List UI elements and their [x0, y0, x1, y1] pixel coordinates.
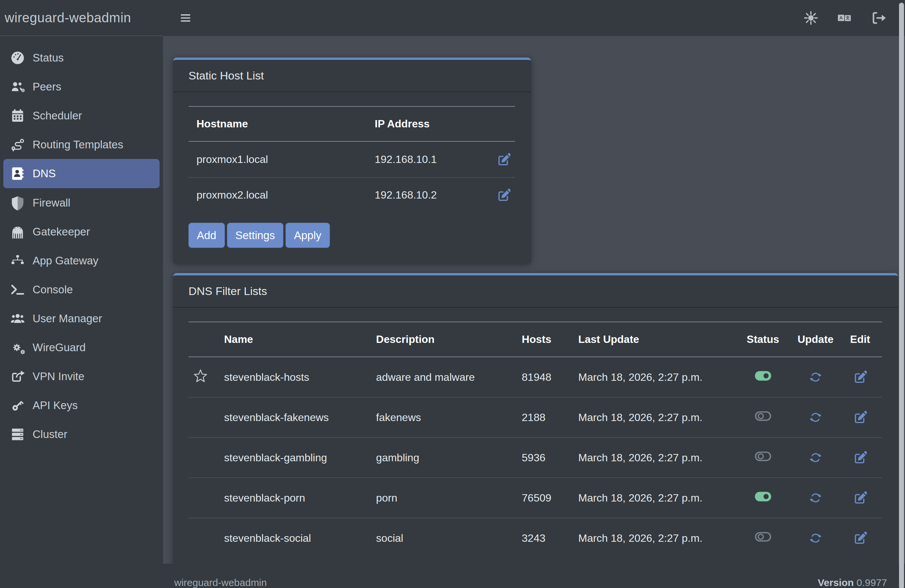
version-value: 0.9977 — [856, 577, 887, 588]
sign-out-icon — [871, 10, 886, 25]
refresh-icon — [809, 370, 822, 384]
sidebar-item-label: WireGuard — [33, 341, 86, 354]
language-button[interactable]: A文 — [837, 10, 853, 25]
sidebar-item-label: Gatekeeper — [33, 226, 90, 238]
update-list-button[interactable] — [809, 491, 822, 505]
host-ip: 192.168.10.2 — [370, 177, 488, 213]
edit-list-button[interactable] — [853, 451, 867, 464]
hamburger-icon — [179, 11, 192, 25]
star-column-header — [189, 322, 219, 357]
sidebar-item-routing-templates[interactable]: Routing Templates — [0, 130, 163, 159]
theme-toggle-button[interactable] — [803, 10, 819, 25]
gauge-icon — [10, 50, 25, 65]
status-toggle-on[interactable] — [754, 489, 772, 504]
svg-text:文: 文 — [845, 16, 850, 20]
topbar-actions: A文 — [803, 10, 905, 25]
vertical-scrollbar-thumb[interactable] — [899, 3, 904, 588]
edit-list-button[interactable] — [853, 370, 867, 384]
sidebar-item-label: Cluster — [33, 428, 67, 441]
update-list-button[interactable] — [809, 411, 822, 424]
filter-hosts-count: 2188 — [517, 397, 573, 438]
menu-toggle-button[interactable] — [179, 11, 192, 25]
edit-host-button[interactable] — [497, 189, 510, 202]
description-column-header: Description — [372, 322, 517, 357]
filter-name: stevenblack-hosts — [219, 357, 372, 397]
host-row: proxmox2.local 192.168.10.2 — [189, 177, 515, 213]
edit-list-button[interactable] — [853, 411, 867, 424]
filter-description: fakenews — [372, 397, 517, 438]
sidebar-item-dns[interactable]: DNS — [3, 159, 160, 188]
sidebar-item-vpn-invite[interactable]: VPN Invite — [0, 362, 163, 391]
dns-filter-lists-title: DNS Filter Lists — [173, 275, 898, 308]
edit-host-button[interactable] — [497, 153, 510, 166]
sidebar-item-label: API Keys — [33, 399, 78, 412]
favorite-star-button[interactable] — [193, 369, 208, 383]
sidebar-item-api-keys[interactable]: API Keys — [0, 391, 163, 420]
toggle-on-icon — [754, 368, 772, 383]
route-icon — [10, 137, 25, 152]
app-brand: wireguard-webadmin — [0, 0, 163, 36]
sidebar-item-peers[interactable]: Peers — [0, 72, 163, 101]
sidebar-item-app-gateway[interactable]: App Gateway — [0, 246, 163, 275]
terminal-icon — [10, 282, 25, 297]
edit-icon — [497, 189, 510, 202]
sidebar-nav: StatusPeersSchedulerRouting TemplatesDNS… — [0, 36, 163, 449]
filter-last-update: March 18, 2026, 2:27 p.m. — [573, 438, 733, 478]
sidebar-item-firewall[interactable]: Firewall — [0, 188, 163, 217]
filter-hosts-count: 5936 — [517, 438, 573, 478]
key-icon — [10, 398, 25, 413]
sidebar-item-cluster[interactable]: Cluster — [0, 420, 163, 449]
edit-list-button[interactable] — [853, 491, 867, 505]
refresh-icon — [809, 531, 822, 545]
logout-button[interactable] — [871, 10, 886, 25]
status-toggle-off[interactable] — [754, 449, 772, 464]
apply-button[interactable]: Apply — [286, 223, 330, 248]
update-column-header: Update — [793, 322, 838, 357]
static-host-list-title: Static Host List — [173, 60, 531, 92]
last-update-column-header: Last Update — [573, 322, 733, 357]
sidebar-item-gatekeeper[interactable]: Gatekeeper — [0, 217, 163, 246]
sidebar-item-label: DNS — [33, 167, 56, 180]
update-list-button[interactable] — [809, 370, 822, 384]
update-list-button[interactable] — [809, 451, 822, 464]
sidebar-item-scheduler[interactable]: Scheduler — [0, 101, 163, 130]
footer: wireguard-webadmin Version 0.9977 — [163, 564, 905, 588]
svg-text:A: A — [840, 15, 843, 20]
host-edit-column-header — [488, 106, 515, 141]
ip-address-column-header: IP Address — [370, 106, 488, 141]
status-toggle-on[interactable] — [754, 368, 772, 383]
share-icon — [10, 369, 25, 384]
archway-icon — [10, 224, 25, 240]
edit-icon — [853, 451, 867, 464]
filter-description: gambling — [372, 438, 517, 478]
server-icon — [10, 427, 25, 442]
filter-name: stevenblack-porn — [219, 478, 372, 518]
filter-description: porn — [372, 478, 517, 518]
sidebar-item-user-manager[interactable]: User Manager — [0, 304, 163, 333]
dns-settings-button[interactable]: Settings — [227, 223, 283, 248]
sidebar-item-status[interactable]: Status — [0, 43, 163, 72]
dns-filter-lists-card: DNS Filter Lists Name Description Hosts … — [173, 273, 898, 564]
add-host-button[interactable]: Add — [189, 223, 225, 248]
version-text: Version 0.9977 — [818, 577, 888, 588]
edit-list-button[interactable] — [853, 531, 867, 545]
sidebar-item-label: Firewall — [33, 197, 70, 209]
sidebar-item-label: Scheduler — [33, 110, 82, 122]
toggle-on-icon — [754, 489, 772, 504]
sidebar-item-label: Status — [33, 52, 64, 64]
status-toggle-off[interactable] — [754, 529, 772, 544]
filter-list-row: stevenblack-social social 3243 March 18,… — [189, 518, 882, 558]
status-toggle-off[interactable] — [754, 408, 772, 424]
sidebar-item-wireguard[interactable]: WireGuard — [0, 333, 163, 362]
sidebar-item-label: Console — [33, 283, 73, 296]
filter-last-update: March 18, 2026, 2:27 p.m. — [573, 478, 733, 518]
edit-icon — [853, 370, 867, 384]
host-ip: 192.168.10.1 — [370, 141, 488, 177]
sidebar-item-console[interactable]: Console — [0, 275, 163, 304]
sidebar-item-label: Routing Templates — [33, 138, 123, 151]
static-host-list-card: Static Host List Hostname IP Address pro… — [173, 57, 531, 264]
status-column-header: Status — [733, 322, 793, 357]
update-list-button[interactable] — [809, 531, 822, 545]
filter-name: stevenblack-social — [219, 518, 372, 558]
host-hostname: proxmox2.local — [189, 177, 370, 213]
